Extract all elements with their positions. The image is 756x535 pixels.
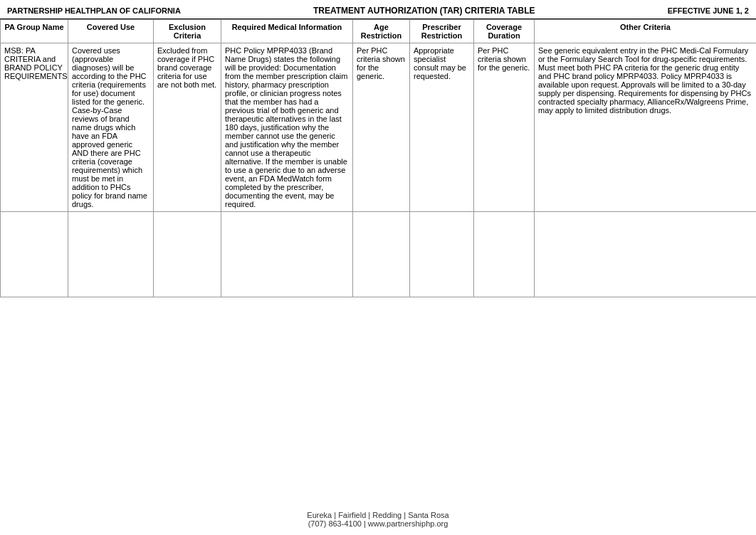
cell-covered-use: Covered uses (approvable diagnoses) will… [68, 43, 154, 212]
col-header-required-med: Required Medical Information [221, 20, 353, 43]
cell-coverage: Per PHC criteria shown for the generic. [474, 43, 535, 212]
table-row: MSB: PA CRITERIA and BRAND POLICY REQUIR… [1, 43, 757, 212]
col-header-pa-group: PA Group Name [1, 20, 68, 43]
header-left: PARTNERSHIP HEALTHPLAN OF CALIFORNIA [7, 6, 181, 15]
col-header-age: AgeRestriction [353, 20, 410, 43]
table-row-empty [1, 212, 757, 297]
header-center: TREATMENT AUTHORIZATION (TAR) CRITERIA T… [313, 6, 535, 16]
col-header-exclusion: Exclusion Criteria [154, 20, 221, 43]
footer-line2: (707) 863-4100 | www.partnershiphp.org [7, 519, 749, 528]
cell-other: See generic equivalent entry in the PHC … [535, 43, 757, 212]
header-right: EFFECTIVE JUNE 1, 2 [668, 6, 749, 15]
cell-exclusion: Excluded from coverage if PHC brand cove… [154, 43, 221, 212]
table-header-row: PA Group Name Covered Use Exclusion Crit… [1, 20, 757, 43]
col-header-other: Other Criteria [535, 20, 757, 43]
col-header-coverage: CoverageDuration [474, 20, 535, 43]
footer-line1: Eureka | Fairfield | Redding | Santa Ros… [7, 511, 749, 519]
cell-age: Per PHC criteria shown for the generic. [353, 43, 410, 212]
col-header-prescriber: PrescriberRestriction [410, 20, 474, 43]
page-header: PARTNERSHIP HEALTHPLAN OF CALIFORNIA TRE… [0, 0, 756, 19]
cell-required-med: PHC Policy MPRP4033 (Brand Name Drugs) s… [221, 43, 353, 212]
cell-prescriber: Appropriate specialist consult may be re… [410, 43, 474, 212]
page-footer: Eureka | Fairfield | Redding | Santa Ros… [0, 504, 756, 535]
cell-pa-group: MSB: PA CRITERIA and BRAND POLICY REQUIR… [1, 43, 68, 212]
col-header-covered-use: Covered Use [68, 20, 154, 43]
criteria-table: PA Group Name Covered Use Exclusion Crit… [0, 19, 756, 297]
page-wrapper: PARTNERSHIP HEALTHPLAN OF CALIFORNIA TRE… [0, 0, 756, 535]
